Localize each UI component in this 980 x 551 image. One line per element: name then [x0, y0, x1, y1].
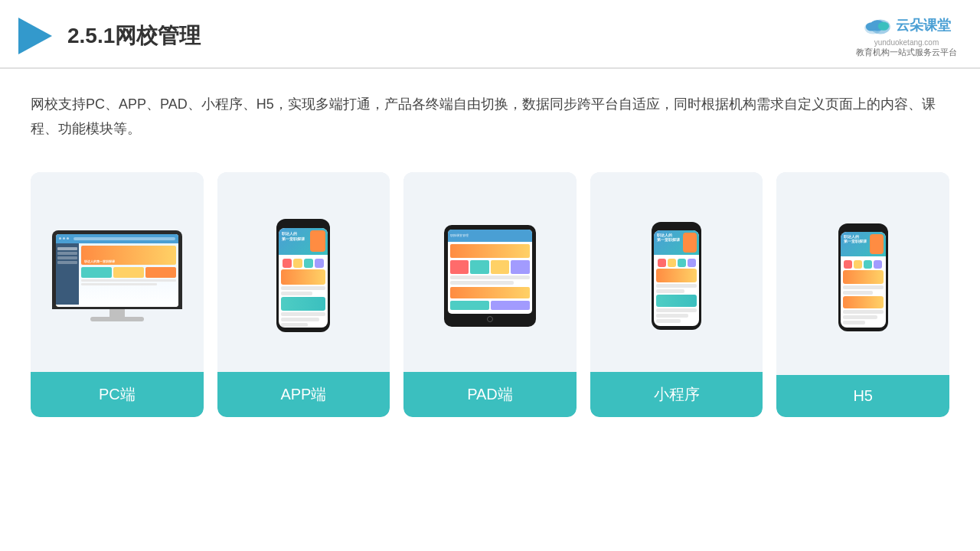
card-pc: 职达人的第一堂职探课: [31, 172, 204, 417]
card-pc-label: PC端: [31, 372, 204, 417]
play-icon: [15, 16, 55, 56]
miniprogram-phone: 职达人的第一堂职探课: [652, 222, 701, 330]
page-title: 2.5.1网校管理: [67, 21, 201, 51]
card-miniprogram: 职达人的第一堂职探课: [590, 172, 763, 417]
pc-monitor: 职达人的第一堂职探课: [52, 230, 182, 321]
card-pad: 职探课堂管理: [403, 172, 577, 417]
pad-tablet: 职探课堂管理: [444, 225, 536, 327]
logo-cloud: 云朵课堂: [862, 14, 951, 37]
card-pad-label: PAD端: [403, 372, 577, 417]
header: 2.5.1网校管理 云朵课堂 yunduoketang.com 教育机构一站式服…: [0, 0, 980, 69]
card-h5-label: H5: [776, 375, 949, 417]
logo-text: 云朵课堂: [896, 16, 951, 34]
svg-marker-0: [18, 18, 52, 54]
card-app: 职达人的第一堂职探课: [217, 172, 390, 417]
card-miniprogram-label: 小程序: [590, 372, 763, 417]
description-text: 网校支持PC、APP、PAD、小程序、H5，实现多端打通，产品各终端自由切换，数…: [0, 69, 980, 142]
header-left: 2.5.1网校管理: [15, 16, 201, 56]
card-miniprogram-image: 职达人的第一堂职探课: [590, 172, 763, 372]
h5-phone: 职达人的第一堂职探课: [838, 223, 888, 331]
card-h5-image: 职达人的第一堂职探课: [776, 172, 949, 375]
svg-point-4: [866, 22, 877, 31]
logo-area: 云朵课堂 yunduoketang.com 教育机构一站式服务云平台: [856, 14, 957, 58]
card-pad-image: 职探课堂管理: [403, 172, 577, 372]
card-h5: 职达人的第一堂职探课: [776, 172, 949, 417]
card-app-image: 职达人的第一堂职探课: [217, 172, 390, 372]
app-phone: 职达人的第一堂职探课: [276, 219, 330, 332]
cards-container: 职达人的第一堂职探课: [0, 149, 980, 440]
card-pc-image: 职达人的第一堂职探课: [31, 172, 204, 372]
cloud-logo-icon: [862, 14, 893, 37]
svg-point-5: [878, 22, 889, 31]
logo-slogan: 教育机构一站式服务云平台: [856, 47, 957, 58]
card-app-label: APP端: [217, 372, 390, 417]
logo-url: yunduoketang.com: [874, 38, 939, 47]
